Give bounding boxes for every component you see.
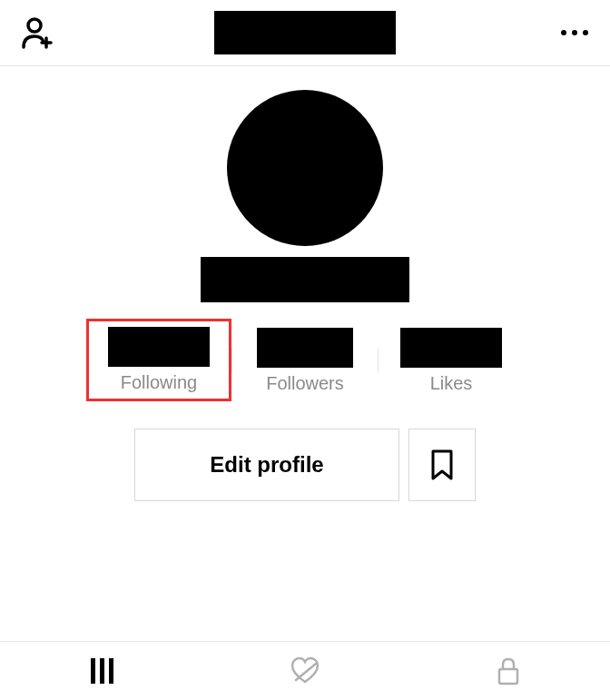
tab-feed[interactable] bbox=[56, 658, 147, 684]
stats-row: Following Followers Likes bbox=[86, 319, 524, 401]
bottom-tabs bbox=[0, 641, 610, 700]
svg-rect-4 bbox=[499, 669, 517, 684]
edit-profile-label: Edit profile bbox=[210, 452, 323, 478]
avatar[interactable] bbox=[227, 90, 383, 246]
following-count bbox=[108, 327, 210, 367]
top-bar bbox=[0, 0, 610, 66]
following-label: Following bbox=[121, 372, 197, 393]
user-handle bbox=[201, 257, 409, 302]
heart-hidden-icon bbox=[289, 656, 321, 685]
tab-private[interactable] bbox=[463, 656, 554, 685]
bookmark-icon bbox=[429, 449, 455, 481]
svg-line-3 bbox=[296, 664, 316, 680]
edit-profile-button[interactable]: Edit profile bbox=[134, 429, 399, 501]
add-friend-icon[interactable] bbox=[22, 16, 53, 49]
followers-count bbox=[257, 328, 353, 368]
likes-stat[interactable]: Likes bbox=[379, 320, 524, 401]
following-stat[interactable]: Following bbox=[86, 319, 231, 401]
lock-icon bbox=[496, 656, 521, 685]
likes-count bbox=[400, 328, 502, 368]
top-center bbox=[67, 11, 543, 54]
svg-point-0 bbox=[28, 19, 41, 32]
feed-icon bbox=[91, 658, 113, 684]
action-row: Edit profile bbox=[134, 429, 476, 501]
bookmark-button[interactable] bbox=[408, 429, 476, 501]
more-options-icon[interactable] bbox=[561, 30, 588, 35]
followers-label: Followers bbox=[266, 373, 344, 394]
top-right bbox=[543, 30, 588, 35]
likes-label: Likes bbox=[430, 373, 473, 394]
top-left bbox=[22, 16, 67, 49]
profile-content: Following Followers Likes Edit profile bbox=[0, 66, 610, 501]
followers-stat[interactable]: Followers bbox=[232, 320, 378, 401]
username-title[interactable] bbox=[214, 11, 396, 54]
tab-liked[interactable] bbox=[260, 656, 350, 685]
